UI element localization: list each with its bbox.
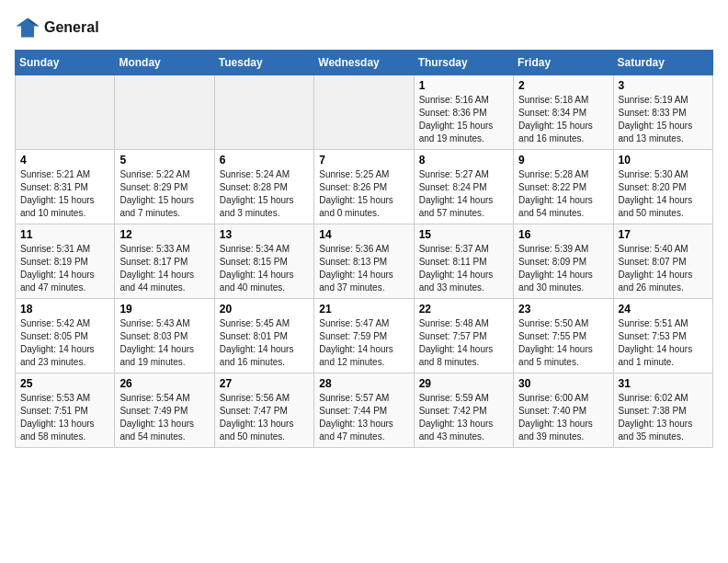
day-info: Sunrise: 5:39 AM Sunset: 8:09 PM Dayligh… — [518, 243, 608, 294]
calendar-day-cell: 18Sunrise: 5:42 AM Sunset: 8:05 PM Dayli… — [16, 299, 115, 373]
calendar-day-cell: 23Sunrise: 5:50 AM Sunset: 7:55 PM Dayli… — [514, 299, 613, 373]
day-number: 24 — [619, 303, 708, 316]
day-number: 29 — [419, 377, 508, 390]
weekday-header: Wednesday — [314, 51, 414, 75]
calendar-day-cell: 31Sunrise: 6:02 AM Sunset: 7:38 PM Dayli… — [613, 373, 712, 448]
day-number: 16 — [518, 228, 608, 241]
calendar-day-cell: 12Sunrise: 5:33 AM Sunset: 8:17 PM Dayli… — [115, 224, 214, 299]
day-number: 15 — [419, 228, 508, 241]
weekday-header: Sunday — [16, 51, 115, 75]
day-info: Sunrise: 5:33 AM Sunset: 8:17 PM Dayligh… — [119, 243, 209, 294]
calendar-week-row: 1Sunrise: 5:16 AM Sunset: 8:36 PM Daylig… — [16, 75, 713, 150]
day-info: Sunrise: 5:31 AM Sunset: 8:19 PM Dayligh… — [20, 243, 109, 294]
calendar-day-cell: 7Sunrise: 5:25 AM Sunset: 8:26 PM Daylig… — [314, 150, 414, 224]
day-info: Sunrise: 5:54 AM Sunset: 7:49 PM Dayligh… — [119, 392, 209, 443]
calendar-day-cell: 21Sunrise: 5:47 AM Sunset: 7:59 PM Dayli… — [314, 299, 414, 373]
logo: General — [15, 15, 99, 40]
calendar-week-row: 11Sunrise: 5:31 AM Sunset: 8:19 PM Dayli… — [16, 224, 713, 299]
calendar-day-cell: 5Sunrise: 5:22 AM Sunset: 8:29 PM Daylig… — [115, 150, 214, 224]
day-info: Sunrise: 5:37 AM Sunset: 8:11 PM Dayligh… — [419, 243, 508, 294]
day-number: 21 — [319, 303, 408, 316]
calendar-table: SundayMondayTuesdayWednesdayThursdayFrid… — [15, 50, 713, 448]
day-number: 20 — [220, 303, 309, 316]
calendar-week-row: 25Sunrise: 5:53 AM Sunset: 7:51 PM Dayli… — [16, 373, 713, 448]
day-number: 12 — [119, 228, 209, 241]
calendar-day-cell: 20Sunrise: 5:45 AM Sunset: 8:01 PM Dayli… — [214, 299, 313, 373]
weekday-header: Saturday — [613, 51, 712, 75]
day-number: 23 — [518, 303, 608, 316]
day-number: 28 — [319, 377, 408, 390]
day-number: 22 — [419, 303, 508, 316]
calendar-day-cell: 2Sunrise: 5:18 AM Sunset: 8:34 PM Daylig… — [514, 75, 613, 150]
calendar-day-cell: 13Sunrise: 5:34 AM Sunset: 8:15 PM Dayli… — [214, 224, 313, 299]
day-info: Sunrise: 5:16 AM Sunset: 8:36 PM Dayligh… — [419, 94, 508, 145]
calendar-day-cell: 9Sunrise: 5:28 AM Sunset: 8:22 PM Daylig… — [514, 150, 613, 224]
day-number: 19 — [119, 303, 209, 316]
day-number: 9 — [518, 154, 608, 167]
calendar-day-cell: 8Sunrise: 5:27 AM Sunset: 8:24 PM Daylig… — [414, 150, 513, 224]
day-number: 2 — [518, 79, 608, 92]
calendar-header-row: SundayMondayTuesdayWednesdayThursdayFrid… — [16, 51, 713, 75]
day-number: 26 — [119, 377, 209, 390]
weekday-header: Friday — [514, 51, 613, 75]
day-info: Sunrise: 5:34 AM Sunset: 8:15 PM Dayligh… — [220, 243, 309, 294]
day-number: 8 — [419, 154, 508, 167]
day-info: Sunrise: 5:30 AM Sunset: 8:20 PM Dayligh… — [619, 168, 708, 220]
day-number: 11 — [20, 228, 109, 241]
day-number: 7 — [319, 154, 408, 167]
day-info: Sunrise: 5:50 AM Sunset: 7:55 PM Dayligh… — [518, 317, 608, 369]
day-info: Sunrise: 5:59 AM Sunset: 7:42 PM Dayligh… — [419, 392, 508, 443]
calendar-day-cell: 22Sunrise: 5:48 AM Sunset: 7:57 PM Dayli… — [414, 299, 513, 373]
day-info: Sunrise: 5:40 AM Sunset: 8:07 PM Dayligh… — [619, 243, 708, 294]
day-info: Sunrise: 5:24 AM Sunset: 8:28 PM Dayligh… — [220, 168, 309, 220]
day-number: 10 — [619, 154, 708, 167]
day-info: Sunrise: 5:27 AM Sunset: 8:24 PM Dayligh… — [419, 168, 508, 220]
calendar-day-cell — [115, 75, 214, 150]
day-info: Sunrise: 5:45 AM Sunset: 8:01 PM Dayligh… — [220, 317, 309, 369]
calendar-week-row: 4Sunrise: 5:21 AM Sunset: 8:31 PM Daylig… — [16, 150, 713, 224]
day-number: 3 — [619, 79, 708, 92]
day-info: Sunrise: 5:53 AM Sunset: 7:51 PM Dayligh… — [20, 392, 109, 443]
day-info: Sunrise: 5:22 AM Sunset: 8:29 PM Dayligh… — [119, 168, 209, 220]
day-number: 4 — [20, 154, 109, 167]
calendar-day-cell: 30Sunrise: 6:00 AM Sunset: 7:40 PM Dayli… — [514, 373, 613, 448]
logo-icon — [15, 15, 40, 40]
logo-text: General — [44, 19, 99, 36]
day-number: 13 — [220, 228, 309, 241]
calendar-day-cell: 14Sunrise: 5:36 AM Sunset: 8:13 PM Dayli… — [314, 224, 414, 299]
day-info: Sunrise: 5:47 AM Sunset: 7:59 PM Dayligh… — [319, 317, 408, 369]
calendar-day-cell: 4Sunrise: 5:21 AM Sunset: 8:31 PM Daylig… — [16, 150, 115, 224]
calendar-day-cell: 10Sunrise: 5:30 AM Sunset: 8:20 PM Dayli… — [613, 150, 712, 224]
calendar-day-cell: 11Sunrise: 5:31 AM Sunset: 8:19 PM Dayli… — [16, 224, 115, 299]
day-info: Sunrise: 5:56 AM Sunset: 7:47 PM Dayligh… — [220, 392, 309, 443]
calendar-day-cell — [16, 75, 115, 150]
day-number: 27 — [220, 377, 309, 390]
svg-marker-0 — [16, 18, 39, 38]
day-info: Sunrise: 6:00 AM Sunset: 7:40 PM Dayligh… — [518, 392, 608, 443]
weekday-header: Monday — [115, 51, 214, 75]
calendar-day-cell: 19Sunrise: 5:43 AM Sunset: 8:03 PM Dayli… — [115, 299, 214, 373]
day-info: Sunrise: 6:02 AM Sunset: 7:38 PM Dayligh… — [619, 392, 708, 443]
page-header: General — [15, 15, 713, 40]
calendar-day-cell: 17Sunrise: 5:40 AM Sunset: 8:07 PM Dayli… — [613, 224, 712, 299]
day-info: Sunrise: 5:51 AM Sunset: 7:53 PM Dayligh… — [619, 317, 708, 369]
day-number: 6 — [220, 154, 309, 167]
calendar-day-cell: 15Sunrise: 5:37 AM Sunset: 8:11 PM Dayli… — [414, 224, 513, 299]
weekday-header: Tuesday — [214, 51, 313, 75]
calendar-day-cell: 28Sunrise: 5:57 AM Sunset: 7:44 PM Dayli… — [314, 373, 414, 448]
day-number: 5 — [119, 154, 209, 167]
calendar-day-cell: 6Sunrise: 5:24 AM Sunset: 8:28 PM Daylig… — [214, 150, 313, 224]
day-number: 17 — [619, 228, 708, 241]
day-info: Sunrise: 5:18 AM Sunset: 8:34 PM Dayligh… — [518, 94, 608, 145]
calendar-week-row: 18Sunrise: 5:42 AM Sunset: 8:05 PM Dayli… — [16, 299, 713, 373]
day-info: Sunrise: 5:48 AM Sunset: 7:57 PM Dayligh… — [419, 317, 508, 369]
day-number: 30 — [518, 377, 608, 390]
calendar-day-cell: 1Sunrise: 5:16 AM Sunset: 8:36 PM Daylig… — [414, 75, 513, 150]
weekday-header: Thursday — [414, 51, 513, 75]
day-info: Sunrise: 5:43 AM Sunset: 8:03 PM Dayligh… — [119, 317, 209, 369]
day-info: Sunrise: 5:57 AM Sunset: 7:44 PM Dayligh… — [319, 392, 408, 443]
calendar-day-cell — [314, 75, 414, 150]
calendar-day-cell: 3Sunrise: 5:19 AM Sunset: 8:33 PM Daylig… — [613, 75, 712, 150]
day-number: 25 — [20, 377, 109, 390]
day-info: Sunrise: 5:28 AM Sunset: 8:22 PM Dayligh… — [518, 168, 608, 220]
